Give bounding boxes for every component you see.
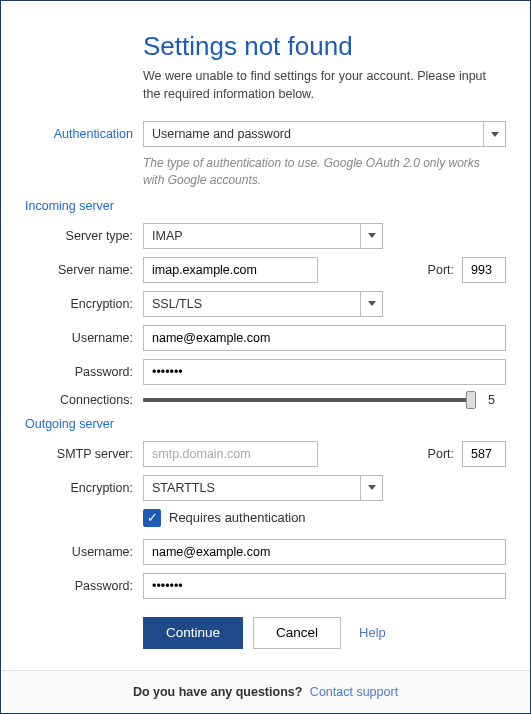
check-icon: ✓ <box>147 511 158 524</box>
footer-question: Do you have any questions? <box>133 685 302 699</box>
chevron-down-icon <box>368 233 376 238</box>
incoming-port-input[interactable] <box>462 257 506 283</box>
connections-label: Connections: <box>25 393 143 407</box>
connections-value: 5 <box>488 393 506 407</box>
page-title: Settings not found <box>143 31 506 62</box>
help-link[interactable]: Help <box>359 625 386 640</box>
outgoing-port-label: Port: <box>428 447 454 461</box>
outgoing-encryption-value: STARTTLS <box>144 476 360 500</box>
footer: Do you have any questions? Contact suppo… <box>1 670 530 713</box>
incoming-server-section: Incoming server <box>25 199 143 213</box>
outgoing-encryption-label: Encryption: <box>25 481 143 495</box>
incoming-encryption-value: SSL/TLS <box>144 292 360 316</box>
cancel-button[interactable]: Cancel <box>253 617 341 649</box>
outgoing-password-label: Password: <box>25 579 143 593</box>
incoming-password-input[interactable] <box>143 359 506 385</box>
outgoing-encryption-dropdown-button[interactable] <box>360 476 382 500</box>
connections-slider[interactable] <box>143 398 476 402</box>
authentication-dropdown-button[interactable] <box>483 122 505 146</box>
server-name-input[interactable] <box>143 257 318 283</box>
incoming-port-label: Port: <box>428 263 454 277</box>
chevron-down-icon <box>491 132 499 137</box>
server-type-dropdown-button[interactable] <box>360 224 382 248</box>
requires-auth-label: Requires authentication <box>169 510 306 525</box>
incoming-username-label: Username: <box>25 331 143 345</box>
outgoing-password-input[interactable] <box>143 573 506 599</box>
outgoing-username-label: Username: <box>25 545 143 559</box>
server-type-label: Server type: <box>25 229 143 243</box>
chevron-down-icon <box>368 485 376 490</box>
page-subtitle: We were unable to find settings for your… <box>143 68 506 103</box>
incoming-encryption-label: Encryption: <box>25 297 143 311</box>
chevron-down-icon <box>368 301 376 306</box>
outgoing-port-input[interactable] <box>462 441 506 467</box>
incoming-username-input[interactable] <box>143 325 506 351</box>
smtp-server-input[interactable] <box>143 441 318 467</box>
incoming-encryption-dropdown-button[interactable] <box>360 292 382 316</box>
incoming-encryption-select[interactable]: SSL/TLS <box>143 291 383 317</box>
outgoing-server-section: Outgoing server <box>25 417 143 431</box>
incoming-password-label: Password: <box>25 365 143 379</box>
contact-support-link[interactable]: Contact support <box>310 685 398 699</box>
authentication-select[interactable]: Username and password <box>143 121 506 147</box>
authentication-hint: The type of authentication to use. Googl… <box>143 155 506 189</box>
server-name-label: Server name: <box>25 263 143 277</box>
outgoing-encryption-select[interactable]: STARTTLS <box>143 475 383 501</box>
outgoing-username-input[interactable] <box>143 539 506 565</box>
server-type-value: IMAP <box>144 224 360 248</box>
authentication-label: Authentication <box>25 127 143 141</box>
slider-thumb[interactable] <box>466 391 476 409</box>
requires-auth-checkbox[interactable]: ✓ <box>143 509 161 527</box>
authentication-value: Username and password <box>144 122 483 146</box>
continue-button[interactable]: Continue <box>143 617 243 649</box>
server-type-select[interactable]: IMAP <box>143 223 383 249</box>
smtp-server-label: SMTP server: <box>25 447 143 461</box>
